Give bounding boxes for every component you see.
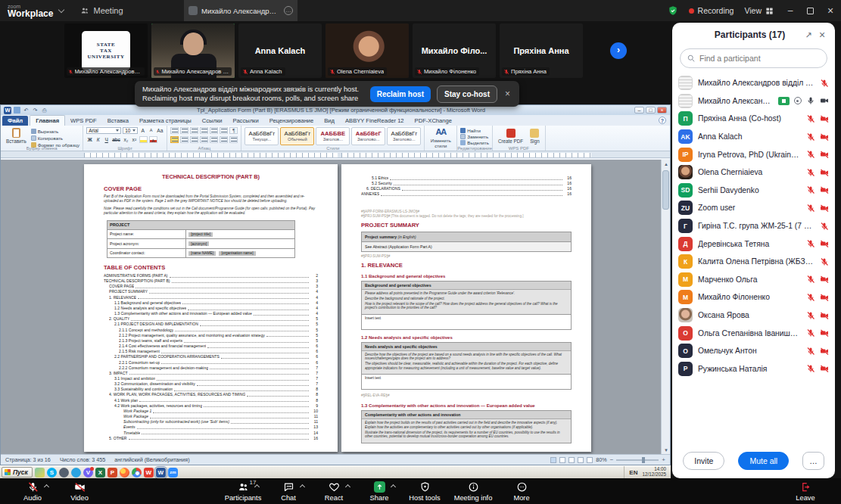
- numbered-list-button[interactable]: [180, 127, 188, 134]
- document-page-left[interactable]: TECHNICAL DESCRIPTION (PART B) COVER PAG…: [84, 164, 338, 452]
- zoom-slider[interactable]: [616, 459, 659, 461]
- more-control[interactable]: More: [500, 481, 544, 502]
- mute-all-button[interactable]: Mute all: [738, 452, 789, 470]
- print-icon[interactable]: [41, 107, 48, 114]
- taskbar-app-icon[interactable]: P: [107, 468, 117, 478]
- close-button[interactable]: [824, 5, 836, 17]
- align-left-button[interactable]: [170, 136, 179, 143]
- zoom-in-button[interactable]: +: [662, 456, 665, 463]
- taskbar-app-icon[interactable]: [59, 468, 69, 478]
- chat-options-caret[interactable]: [300, 484, 305, 489]
- change-case-button[interactable]: Аа: [156, 127, 164, 134]
- word-restore-button[interactable]: [646, 107, 656, 114]
- ribbon-tab[interactable]: ABBYY FineReader 12: [340, 116, 410, 126]
- save-icon[interactable]: [14, 107, 20, 114]
- video-tile[interactable]: Михайло Філо... Михайло Філоненко: [413, 23, 496, 78]
- participant-row[interactable]: Д Деревінська Тетяна: [678, 235, 829, 253]
- web-view-button[interactable]: [568, 457, 575, 463]
- taskbar-app-icon[interactable]: V: [83, 468, 93, 478]
- justify-button[interactable]: [200, 136, 208, 143]
- participant-row[interactable]: Михайло Александров ві... (Host): [678, 92, 829, 110]
- zoom-workplace-logo[interactable]: zoom Workplace: [0, 4, 53, 18]
- show-marks-button[interactable]: [229, 127, 238, 134]
- participant-row[interactable]: AK Anna Kalach: [678, 128, 829, 146]
- bold-button[interactable]: Ж: [86, 136, 93, 143]
- paste-button[interactable]: Вставить: [4, 127, 29, 145]
- share-control[interactable]: Share: [357, 481, 401, 502]
- increase-indent-button[interactable]: [210, 127, 218, 134]
- taskbar-app-icon[interactable]: [35, 468, 45, 478]
- search-input[interactable]: [699, 54, 821, 63]
- ribbon-tab[interactable]: Ссылки: [197, 116, 228, 126]
- invite-button[interactable]: Invite: [683, 452, 724, 470]
- taskbar-app-icon[interactable]: [120, 468, 129, 478]
- tab-shared-document[interactable]: Михайло Александров відділ мі: [184, 0, 297, 21]
- replace-button[interactable]: Заменить: [460, 134, 488, 139]
- participant-row[interactable]: М Марченко Ольга: [678, 271, 829, 289]
- help-icon[interactable]: [659, 117, 666, 124]
- ribbon-tab[interactable]: Вставка: [102, 116, 134, 126]
- ribbon-tab[interactable]: Файл: [2, 116, 28, 126]
- scroll-up-icon[interactable]: [662, 160, 670, 169]
- ribbon-tab[interactable]: PDF-XChange: [410, 116, 457, 126]
- participant-row[interactable]: Olena Cherniaieva: [678, 163, 829, 182]
- video-tile[interactable]: Olena Cherniaieva: [325, 23, 409, 78]
- strikethrough-button[interactable]: abc: [111, 136, 121, 143]
- horizontal-ruler[interactable]: [1, 151, 670, 158]
- field-placeholder[interactable]: [organisation name]: [219, 251, 255, 256]
- participant-row[interactable]: IP Iryna Petrova, PhD (Ukraine, Staatlic…: [678, 145, 829, 163]
- decrease-indent-button[interactable]: [200, 127, 208, 134]
- tab-meeting[interactable]: Meeting: [80, 6, 123, 15]
- chat-control[interactable]: Chat: [266, 481, 310, 502]
- outline-view-button[interactable]: [578, 457, 584, 463]
- zoom-slider-thumb[interactable]: [642, 457, 645, 463]
- meeting-info-control[interactable]: Meeting info: [448, 481, 498, 502]
- style-chip[interactable]: АаБбВвГг Текущи...: [245, 127, 279, 145]
- taskbar-app-icon[interactable]: W: [144, 468, 154, 478]
- video-control[interactable]: Video: [58, 481, 101, 502]
- participant-row[interactable]: П Пряхіна Анна (Co-host): [678, 110, 829, 128]
- fullscreen-view-button[interactable]: [559, 457, 565, 463]
- language-indicator[interactable]: английский (Великобритания): [114, 456, 189, 463]
- ribbon-tab[interactable]: Главная: [30, 115, 65, 126]
- video-tile[interactable]: Anna Kalach Anna Kalach: [238, 23, 322, 78]
- participant-row[interactable]: Г Гиріна Т.С. група ЖМ-25-1 (7 осіб): [678, 217, 829, 235]
- style-chip[interactable]: АаБбВеГ Заголово...: [351, 127, 385, 145]
- subscript-button[interactable]: x₂: [123, 136, 129, 143]
- draft-view-button[interactable]: [587, 457, 593, 463]
- security-shield-icon[interactable]: [668, 5, 678, 16]
- clock[interactable]: 14:00 12/12/2025: [642, 467, 666, 478]
- word-logo-icon[interactable]: W: [4, 107, 11, 114]
- react-options-caret[interactable]: [345, 484, 350, 489]
- multilevel-list-button[interactable]: [190, 127, 198, 134]
- participant-row[interactable]: ZU Zoom user: [678, 199, 829, 217]
- sign-button[interactable]: Sign: [528, 127, 542, 145]
- taskbar-app-icon[interactable]: W: [156, 468, 166, 478]
- shading-button[interactable]: [220, 136, 228, 143]
- style-chip[interactable]: АаБбВвГг Обычный: [280, 127, 314, 145]
- ribbon-tab[interactable]: Рассылки: [228, 116, 264, 126]
- taskbar-app-icon[interactable]: zm: [168, 468, 178, 478]
- participant-row[interactable]: О Омельчук Антон: [678, 342, 829, 360]
- underline-button[interactable]: Ч: [103, 136, 110, 143]
- font-name-select[interactable]: Arial: [86, 127, 121, 134]
- participant-row[interactable]: Р Ружинська Наталія: [678, 360, 829, 378]
- video-tile[interactable]: STATE TAX UNIVERSITY Михайло Александров…: [64, 23, 148, 78]
- document-canvas[interactable]: TECHNICAL DESCRIPTION (PART B) COVER PAG…: [1, 160, 670, 455]
- ribbon-tab[interactable]: Вид: [319, 116, 340, 126]
- participant-row[interactable]: О Ольга Степанівна Іванишина: [678, 324, 829, 342]
- zoom-out-button[interactable]: −: [610, 456, 614, 463]
- sort-button[interactable]: [220, 127, 228, 134]
- panel-close-icon[interactable]: [817, 29, 827, 41]
- word-minimize-button[interactable]: [634, 107, 644, 114]
- align-right-button[interactable]: [190, 136, 198, 143]
- bullet-list-button[interactable]: [170, 127, 179, 134]
- document-page-right[interactable]: 5.1 Ethics 16 5.2 Security 16 6. DECLARA…: [341, 164, 591, 452]
- more-options-button[interactable]: [802, 452, 824, 470]
- insert-text-field[interactable]: Insert text: [361, 315, 572, 330]
- change-styles-button[interactable]: Изменить стили: [425, 126, 457, 151]
- next-page-arrow-button[interactable]: [610, 42, 627, 59]
- video-tile[interactable]: Пряхіна Анна Пряхіна Анна: [500, 23, 583, 78]
- borders-button[interactable]: [229, 136, 238, 143]
- reclaim-host-button[interactable]: Reclaim host: [370, 86, 431, 102]
